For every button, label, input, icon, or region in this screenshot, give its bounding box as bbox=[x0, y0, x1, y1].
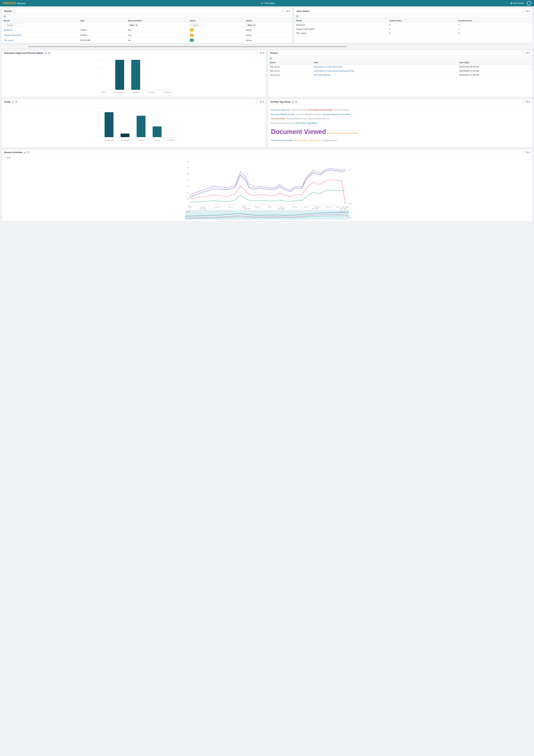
us-col-inactive[interactable]: Inactive Users bbox=[457, 18, 532, 23]
recent-chart-icon[interactable]: 📊 bbox=[24, 151, 26, 153]
add-tenant-button[interactable]: ⊕ Add Tenant bbox=[510, 2, 524, 5]
table-row: TW_room1 TW Team Meeting 09/15/2022 12:3… bbox=[268, 73, 532, 77]
ev-col-date[interactable]: Start Date ↓ bbox=[458, 60, 532, 65]
svg-text:2: 2 bbox=[98, 67, 99, 68]
svg-text:3: 3 bbox=[98, 122, 99, 124]
rooms-card: Rooms i ⛶ ☰ ▾ ⊞ Room ↑ Size New Activiti… bbox=[2, 8, 292, 43]
tag-document-unmarked[interactable]: Document Unmarked As Final bbox=[271, 122, 294, 124]
tag-folder-created[interactable]: Folder Created bbox=[327, 132, 340, 134]
approval-table-icon[interactable]: ☰ bbox=[48, 52, 50, 54]
col-size[interactable]: Size bbox=[79, 18, 126, 23]
rooms-expand-icon[interactable]: ⛶ bbox=[283, 10, 285, 13]
tag-document-created[interactable]: Document Created bbox=[291, 109, 307, 111]
filter-alerts: ≡ bbox=[188, 23, 244, 27]
rooms-menu-icon[interactable]: ☰ ▾ bbox=[286, 10, 290, 13]
ev-date-2: 09/29/2022 11:44 AM bbox=[458, 69, 532, 73]
approval-title: Document Approval Process Status 📊 ☰ bbox=[4, 52, 50, 54]
tasks-menu-icon[interactable]: ☰ ▾ bbox=[260, 100, 264, 103]
tag-document-downloaded[interactable]: Document Downloaded bbox=[309, 108, 333, 111]
user-status-expand-icon[interactable]: ⛶ bbox=[522, 10, 524, 13]
approval-header: Document Approval Process Status 📊 ☰ ⛶ ☰… bbox=[2, 50, 266, 56]
recent-table-icon[interactable]: ☰ bbox=[27, 151, 29, 154]
us-col-room[interactable]: Room ↑ bbox=[294, 18, 388, 23]
tag-highlight-added[interactable]: Highlight Added bbox=[294, 140, 307, 141]
col-room[interactable]: Room ↑ bbox=[2, 18, 79, 23]
svg-text:1: 1 bbox=[98, 74, 99, 76]
us-col-active[interactable]: Active Users bbox=[388, 18, 457, 23]
tag-folder-downloaded[interactable]: Folder Downloaded bbox=[342, 132, 358, 134]
room-new-support: Yes bbox=[126, 33, 188, 38]
svg-text:0: 0 bbox=[98, 136, 99, 138]
approval-chart-icon[interactable]: 📊 bbox=[44, 52, 47, 54]
tag-document-edited[interactable]: Document Edited bbox=[334, 109, 349, 111]
tasks-card: Tasks 📊 ☰ ⛶ ☰ ▾ bbox=[2, 99, 266, 148]
events-actions: ⛶ ☰ ▾ bbox=[522, 52, 530, 54]
middle-row: Document Approval Process Status 📊 ☰ ⛶ ☰… bbox=[2, 50, 532, 97]
room-link-support[interactable]: Support Information bbox=[4, 34, 22, 36]
tag-cloud-actions: ⛶ ☰ ▾ bbox=[522, 100, 530, 103]
tag-document-uploaded[interactable]: Document Uploaded bbox=[296, 122, 317, 124]
tag-cloud-table-icon[interactable]: ☰ bbox=[295, 100, 297, 103]
tag-document-printed[interactable]: Document Printed bbox=[271, 118, 285, 120]
tag-cloud-expand-icon[interactable]: ⛶ bbox=[522, 100, 524, 103]
svg-rect-33 bbox=[105, 112, 114, 137]
ev-col-title[interactable]: Title bbox=[312, 60, 457, 65]
new-activities-filter[interactable]: Select Yes No bbox=[128, 24, 138, 27]
col-alerts[interactable]: Alerts bbox=[188, 18, 244, 23]
approval-expand-icon[interactable]: ⛶ bbox=[256, 52, 258, 54]
recent-activities-main-chart: 70 60 50 40 30 20 10 0 bbox=[4, 159, 530, 209]
svg-rect-10 bbox=[131, 60, 140, 90]
rooms-table-icon[interactable]: ⊞ bbox=[4, 15, 6, 18]
room-status-support: Active bbox=[244, 33, 292, 38]
tasks-expand-icon[interactable]: ⛶ bbox=[256, 100, 258, 103]
room-new-research: No bbox=[126, 27, 188, 33]
tag-document-metadata[interactable]: Document MetaData Updated bbox=[296, 113, 322, 115]
recent-menu-icon[interactable]: ☰ ▾ bbox=[526, 151, 530, 154]
tag-cloud-chart-icon[interactable]: 📊 bbox=[292, 101, 294, 103]
svg-rect-35 bbox=[137, 116, 146, 137]
back-button[interactable]: ← Back bbox=[4, 157, 530, 159]
col-status[interactable]: Status bbox=[244, 18, 292, 23]
us-inactive-tw: 3 bbox=[457, 31, 532, 35]
svg-rect-34 bbox=[121, 134, 130, 137]
events-table-icon[interactable]: ⊞ bbox=[270, 57, 272, 60]
ev-title-3[interactable]: TW Team Meeting bbox=[314, 74, 330, 76]
tag-cloud-menu-icon[interactable]: ☰ ▾ bbox=[526, 100, 530, 103]
ev-title-1[interactable]: Discussion on Information Flow bbox=[314, 66, 342, 68]
tag-highlight-updated[interactable]: Highlight Updated bbox=[322, 140, 337, 141]
events-menu-icon[interactable]: ☰ ▾ bbox=[526, 52, 530, 54]
tag-document-checkout[interactable]: Document Check Out bbox=[271, 109, 290, 111]
top-scrollbar[interactable] bbox=[2, 45, 532, 48]
user-status-menu-icon[interactable]: ☰ ▾ bbox=[526, 10, 530, 13]
approval-menu-icon[interactable]: ☰ ▾ bbox=[260, 52, 264, 54]
tasks-chart-icon[interactable]: 📊 bbox=[12, 101, 14, 103]
status-filter[interactable]: Select Active bbox=[246, 24, 256, 27]
recent-activities-header: Recent Activities 📊 ☰ ⛶ ☰ ▾ bbox=[2, 149, 532, 155]
rooms-info-icon[interactable]: i bbox=[13, 10, 15, 13]
tag-document-recyclebin[interactable]: Document Moved to Recyclebin bbox=[323, 113, 350, 115]
user-status-table-icon[interactable]: ⊞ bbox=[296, 15, 298, 18]
tag-document-undo[interactable]: Document Undo Check Out bbox=[308, 118, 330, 120]
nav-center[interactable]: ⇄ TW Client bbox=[261, 2, 274, 5]
room-link-twroom1[interactable]: TW_room1 bbox=[4, 39, 14, 41]
tag-highlight-deleted[interactable]: Highlight Deleted bbox=[308, 140, 321, 141]
alerts-search-input[interactable] bbox=[191, 23, 202, 27]
app-header: KNOVOS Rooms ⇄ TW Client ⊕ Add Tenant 👤 bbox=[0, 0, 534, 6]
recent-activities-mini-chart[interactable]: Aug 2 Dec 24 25.3 bbox=[4, 210, 530, 220]
room-link-research[interactable]: Research bbox=[4, 29, 13, 31]
tag-folder-recyclebin[interactable]: Folder Moved to Recyclebin bbox=[271, 140, 293, 141]
ev-title-2[interactable]: Discussion on improvising existing set o… bbox=[314, 70, 355, 72]
room-alerts-support: 0 bbox=[188, 33, 244, 38]
events-title: Events bbox=[270, 52, 278, 54]
events-expand-icon[interactable]: ⛶ bbox=[522, 52, 524, 54]
tag-document-shared[interactable]: Document Shared as Link bbox=[286, 118, 307, 120]
recent-expand-icon[interactable]: ⛶ bbox=[522, 151, 524, 154]
room-search-input[interactable] bbox=[6, 23, 22, 27]
tag-document-marked[interactable]: Document Marked As Final bbox=[271, 113, 294, 115]
tasks-table-icon[interactable]: ☰ bbox=[15, 100, 17, 103]
tag-document-viewed[interactable]: Document Viewed bbox=[271, 128, 326, 135]
user-avatar[interactable]: 👤 bbox=[527, 1, 531, 5]
rooms-card-actions: ⛶ ☰ ▾ bbox=[283, 10, 290, 13]
col-new-activities[interactable]: New Activities bbox=[126, 18, 188, 23]
ev-col-room[interactable]: Room bbox=[268, 60, 312, 65]
